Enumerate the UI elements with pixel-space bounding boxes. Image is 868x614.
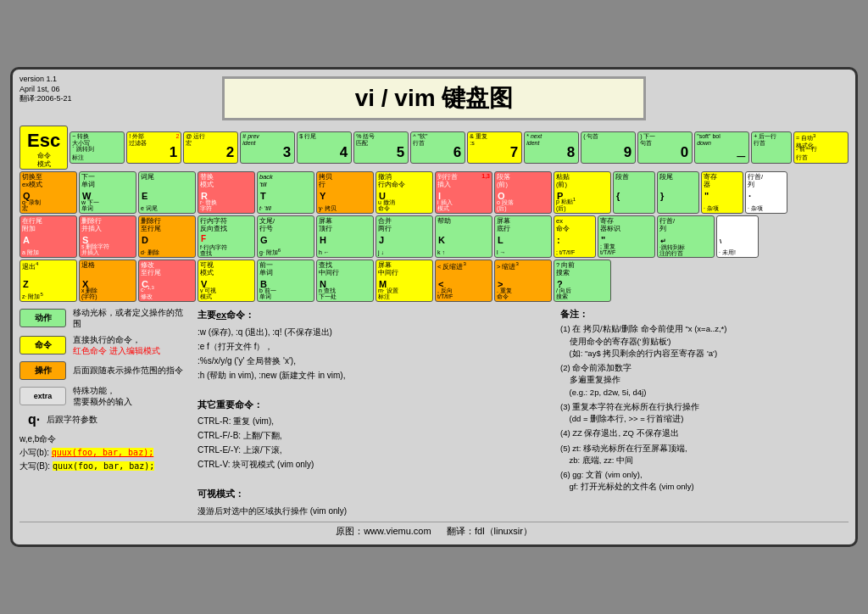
legend-q: q· 后跟字符参数 xyxy=(19,412,189,427)
u-key[interactable]: 撤消行内命令 U u 撤消命令 xyxy=(376,171,433,214)
backslash2-key[interactable]: \ · 未用! xyxy=(716,215,759,258)
big-b-example: quux(foo, bar, baz); xyxy=(53,461,154,471)
exclaim-key[interactable]: ! 外部过滤器 1 2 xyxy=(126,131,181,164)
pipe-key[interactable]: 寄存器 " · 杂项 xyxy=(701,171,743,214)
l-key[interactable]: 屏幕底行 L l → xyxy=(494,215,552,258)
legend-cmd-box: 命令 xyxy=(19,336,66,354)
cmd-line2: :e f（打开文件 f）， xyxy=(198,339,552,354)
f-key[interactable]: 行内字符反向查找 F f·行内字符查找 xyxy=(198,215,255,258)
date1-text: April 1st, 06 xyxy=(19,85,72,95)
v-key[interactable]: 可视模式 V v 可视模式 xyxy=(198,260,255,302)
b-key[interactable]: 前一单词 B b 前一单词 xyxy=(257,260,314,302)
note-5: (5) zt: 移动光标所在行至屏幕顶端, zb: 底端, zz: 中间 xyxy=(560,443,849,467)
hash-key[interactable]: # prevident 3 xyxy=(240,131,295,164)
main-container: version 1.1 April 1st, 06 翻译:2006-5-21 v… xyxy=(10,67,858,547)
rbrace-key[interactable]: 段尾 } xyxy=(657,171,699,214)
legend-op-box: 操作 xyxy=(19,361,66,380)
i-key[interactable]: 到行首插入 I i 插入模式 1,3 xyxy=(435,171,492,214)
legend-cmd-text: 直接执行的命令， 红色命令 进入编辑模式 xyxy=(73,334,160,356)
legend-area: 动作 移动光标，或者定义操作的范围 命令 直接执行的命令， 红色命令 进入编辑模… xyxy=(19,307,189,518)
web-big-b: 大写(B): quux(foo, bar, baz); xyxy=(19,460,189,473)
cmd-line1: :w (保存), :q (退出), :q! (不保存退出) xyxy=(198,325,552,339)
number-row: Esc 命令模式 ~ 转换大小写 ` 跳转到标注 ! 外部过滤器 1 2 @ 运… xyxy=(19,126,849,170)
rparen-key[interactable]: ) 下一句首 0 xyxy=(637,131,693,164)
y-key[interactable]: 拷贝行 Y y· 拷贝 xyxy=(316,171,374,214)
title-area: vi / vim 键盘图 xyxy=(19,76,849,120)
underscore-key[interactable]: "soft" boldown — xyxy=(694,131,749,164)
big-b-label: 大写(B): xyxy=(19,461,50,471)
note-4: (4) ZZ 保存退出, ZQ 不保存退出 xyxy=(560,427,849,439)
star-key[interactable]: * nextident 8 xyxy=(524,131,579,164)
percent-key[interactable]: % 括号匹配 5 xyxy=(353,131,409,164)
enter-key[interactable]: 行首/列 ↵ ·跳转到标注的行首 xyxy=(657,215,715,258)
legend-op-text: 后面跟随表示操作范围的指令 xyxy=(73,365,183,376)
a-key[interactable]: 在行尾附加 A a 附加 xyxy=(19,215,77,258)
main-title: vi / vim 键盘图 xyxy=(355,85,514,111)
lparen-key[interactable]: ( 句首 9 xyxy=(581,131,636,164)
legend-action-box: 动作 xyxy=(19,309,66,327)
equals-key[interactable]: = 自动3格式化 - 前一行行首 xyxy=(793,131,849,164)
cmd-desc2: 红色命令 进入编辑模式 xyxy=(73,346,160,355)
legend-extra-text: 特殊功能， 需要额外的输入 xyxy=(73,385,132,407)
cmd-line3: :%s/x/y/g ('y' 全局替换 'x'), xyxy=(198,354,552,368)
h-key[interactable]: 屏幕顶行 H h ← xyxy=(316,215,374,258)
g-key[interactable]: 文尾/行号 G g· 附加6 xyxy=(257,215,314,258)
r-key[interactable]: 替换模式 R r· 替换字符 xyxy=(198,171,255,214)
o-key[interactable]: 段落(前) O o 段落(后) xyxy=(494,171,552,214)
note-1: (1) 在 拷贝/粘贴/删除 命令前使用 "x (x=a..z,*) 使用命令的… xyxy=(560,323,849,360)
note-2: (2) 命令前添加数字 多遍重复操作 (e.g.: 2p, d2w, 5i, d… xyxy=(560,362,849,399)
k-key[interactable]: 帮助 K k ↑ xyxy=(435,215,492,258)
legend-extra-box: extra xyxy=(19,387,66,405)
visual-title: 可视模式： xyxy=(198,486,552,502)
t-key[interactable]: back'till T t· 'till xyxy=(257,171,314,214)
j-key[interactable]: 合并两行 J j ↓ xyxy=(376,215,433,258)
lbrace-key[interactable]: 段首 { xyxy=(613,171,655,214)
date2-text: 翻译:2006-5-21 xyxy=(19,94,72,104)
legend-op: 操作 后面跟随表示操作范围的指令 xyxy=(19,361,189,380)
esc-key[interactable]: Esc 命令模式 xyxy=(19,126,68,170)
legend-extra: extra 特殊功能， 需要额外的输入 xyxy=(19,385,189,407)
plus-key[interactable]: + 后一行行首 xyxy=(751,131,792,164)
m-key[interactable]: 屏幕中间行 M m· 设置标注 xyxy=(376,260,433,302)
legend-action: 动作 移动光标，或者定义操作的范围 xyxy=(19,307,189,329)
other-line1: CTRL-R: 重复 (vim), xyxy=(198,414,552,428)
p-key[interactable]: 粘贴(前) P p 粘贴1(后) xyxy=(554,171,611,214)
notes-title: 备注： xyxy=(560,307,849,321)
visual-desc: 漫游后对选中的区域执行操作 (vim only) xyxy=(198,504,552,518)
note-3: (3) 重复本字符在光标所在行执行操作 (dd = 删除本行, >> = 行首缩… xyxy=(560,401,849,426)
c-key[interactable]: 修改至行尾 C c· 1,3修改 xyxy=(138,260,196,302)
d-key[interactable]: 删除行至行尾 D d· 删除 xyxy=(138,215,196,258)
legend-cmd: 命令 直接执行的命令， 红色命令 进入编辑模式 xyxy=(19,334,189,356)
other-cmd-title: 其它重要命令： xyxy=(198,397,552,413)
asdf-row: 在行尾附加 A a 附加 删除行并插入 S s 删除字符并插入 删除行至行尾 D… xyxy=(19,215,849,258)
question-key[interactable]: ? 向前搜索 ? / 向后搜索 xyxy=(554,260,611,302)
gt-key[interactable]: > 缩进3 > . 重复命令 xyxy=(494,260,552,302)
amp-key[interactable]: & 重复:s 7 xyxy=(467,131,522,164)
dollar-key[interactable]: $ 行尾 4 xyxy=(297,131,352,164)
backslash-key[interactable]: 行首/列 · · 杂项 xyxy=(745,171,787,214)
q-key[interactable]: 切换至ex模式 Q q· 录制宏 xyxy=(19,171,77,214)
x-upper-key[interactable]: 退格 X x 删除(字符) xyxy=(79,260,136,302)
n-key[interactable]: 查找中间行 N n 查找下一处 xyxy=(316,260,374,302)
caret-key[interactable]: ^ "软"行首 6 xyxy=(410,131,465,164)
lt-key[interactable]: < 反缩进3 < , 反向t/T/f/F xyxy=(435,260,492,302)
e-key[interactable]: 词尾 E e 词尾 xyxy=(138,171,196,214)
keyboard-area: Esc 命令模式 ~ 转换大小写 ` 跳转到标注 ! 外部过滤器 1 2 @ 运… xyxy=(19,126,849,302)
other-line3: CTRL-E/-Y: 上滚/下滚, xyxy=(198,443,552,457)
small-b-example: quux(foo, bar, baz); xyxy=(52,448,153,457)
w-key[interactable]: 下一单词 W w 下一单词 xyxy=(79,171,136,214)
web-small-b: 小写(b): quux(foo, bar, baz); xyxy=(19,446,189,460)
quote-key[interactable]: 寄存器标识 " ; 重复t/T/f/F xyxy=(598,215,655,258)
other-line4: CTRL-V: 块可视模式 (vim only) xyxy=(198,457,552,472)
version-info: version 1.1 April 1st, 06 翻译:2006-5-21 xyxy=(19,75,72,104)
small-b-label: 小写(b): xyxy=(19,448,49,457)
legend-action-text: 移动光标，或者定义操作的范围 xyxy=(73,307,189,329)
colon-key[interactable]: ex命令 : ; t/T/f/F xyxy=(554,215,596,258)
cmd-desc1: 直接执行的命令， xyxy=(73,335,141,344)
s-key[interactable]: 删除行并插入 S s 删除字符并插入 xyxy=(79,215,136,258)
info-section: 动作 移动光标，或者定义操作的范围 命令 直接执行的命令， 红色命令 进入编辑模… xyxy=(19,307,849,518)
other-line2: CTRL-F/-B: 上翻/下翻, xyxy=(198,428,552,443)
tilde-key[interactable]: ~ 转换大小写 ` 跳转到标注 xyxy=(70,131,125,164)
z-upper-key[interactable]: 退出4 Z z· 附加5 xyxy=(19,260,77,302)
at-key[interactable]: @ 运行宏 2 xyxy=(183,131,238,164)
